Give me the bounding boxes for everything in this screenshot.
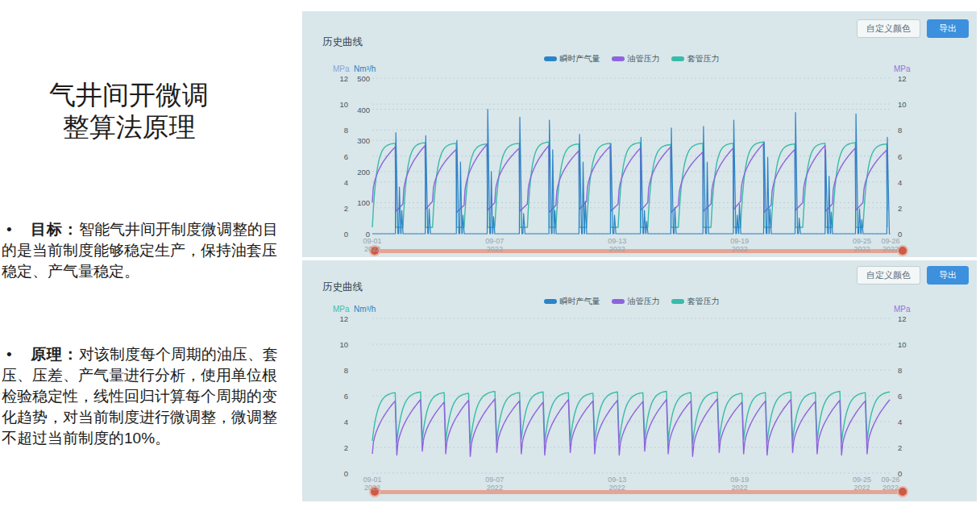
y-axis-tick-label: 0: [316, 469, 348, 478]
y-axis-tick-label: 2: [898, 204, 930, 213]
y-axis-tick-label: 2: [898, 443, 930, 452]
y-axis-tick-label: 12: [316, 314, 348, 323]
x-axis-tick-label: 09-012022: [353, 237, 392, 253]
x-axis-tick-label: 09-262022: [871, 237, 910, 253]
y-axis-tick-label: 6: [898, 392, 930, 401]
y-axis-tick-label: 400: [338, 106, 370, 114]
principle-label: 原理：: [31, 346, 79, 363]
series-line-油管压力: [372, 399, 890, 456]
series-line-套管压力: [372, 142, 887, 227]
datazoom-slider[interactable]: [375, 490, 903, 494]
y-axis-tick-label: 4: [316, 178, 348, 187]
x-axis-tick-label: 09-072022: [475, 237, 514, 253]
bullet-dot: •: [2, 219, 31, 240]
y-axis-tick-label: 8: [316, 366, 348, 375]
y-axis-tick-label: 500: [338, 74, 370, 83]
goal-bullet: •目标：智能气井间开制度微调整的目的是当前制度能够稳定生产，保持油套压稳定、产气…: [2, 219, 292, 282]
y-axis-tick-label: 4: [316, 418, 348, 426]
x-axis-tick-label: 09-012022: [353, 476, 392, 492]
y-axis-tick-label: 10: [898, 340, 930, 349]
series-line-油管压力: [372, 143, 887, 212]
x-axis-tick-label: 09-072022: [475, 476, 514, 492]
y-axis-tick-label: 6: [316, 152, 348, 161]
slide-text-column: 气井间开微调 整算法原理 •目标：智能气井间开制度微调整的目的是当前制度能够稳定…: [0, 0, 298, 507]
x-axis-tick-label: 09-192022: [720, 476, 759, 492]
x-axis-tick-label: 09-132022: [598, 476, 637, 492]
history-curve-panel-top: 自定义颜色 导出 历史曲线 瞬时产气量油管压力套管压力 MPa Nm³/h MP…: [302, 11, 977, 257]
goal-label: 目标：: [31, 221, 79, 238]
slide-title: 气井间开微调 整算法原理: [8, 79, 250, 143]
x-axis-tick-label: 09-262022: [871, 476, 910, 492]
y-axis-tick-label: 6: [898, 152, 930, 161]
y-axis-tick-label: 6: [316, 392, 348, 401]
y-axis-tick-label: 100: [338, 198, 370, 207]
chart-canvas-top[interactable]: [302, 11, 977, 257]
y-axis-tick-label: 300: [338, 136, 370, 145]
y-axis-tick-label: 200: [338, 168, 370, 177]
y-axis-tick-label: 12: [898, 74, 930, 83]
slide-title-line2: 整算法原理: [63, 113, 196, 142]
datazoom-slider[interactable]: [375, 249, 903, 253]
y-axis-tick-label: 12: [898, 314, 930, 323]
y-axis-tick-label: 4: [898, 418, 930, 426]
x-axis-tick-label: 09-192022: [720, 237, 759, 253]
principle-bullet: •原理：对该制度每个周期的油压、套压、压差、产气量进行分析，使用单位根检验稳定性…: [2, 344, 292, 449]
y-axis-tick-label: 10: [316, 340, 348, 349]
y-axis-tick-label: 10: [898, 100, 930, 109]
x-axis-tick-label: 09-132022: [598, 237, 637, 253]
y-axis-tick-label: 8: [898, 366, 930, 375]
y-axis-tick-label: 8: [316, 126, 348, 135]
slide-title-line1: 气井间开微调: [49, 81, 209, 110]
y-axis-tick-label: 2: [316, 443, 348, 452]
y-axis-tick-label: 4: [898, 178, 930, 187]
chart-canvas-bottom[interactable]: [302, 260, 977, 501]
bullet-dot: •: [2, 344, 31, 365]
history-curve-panel-bottom: 自定义颜色 导出 历史曲线 瞬时产气量油管压力套管压力 MPa Nm³/h MP…: [302, 260, 977, 501]
y-axis-tick-label: 8: [898, 126, 930, 135]
